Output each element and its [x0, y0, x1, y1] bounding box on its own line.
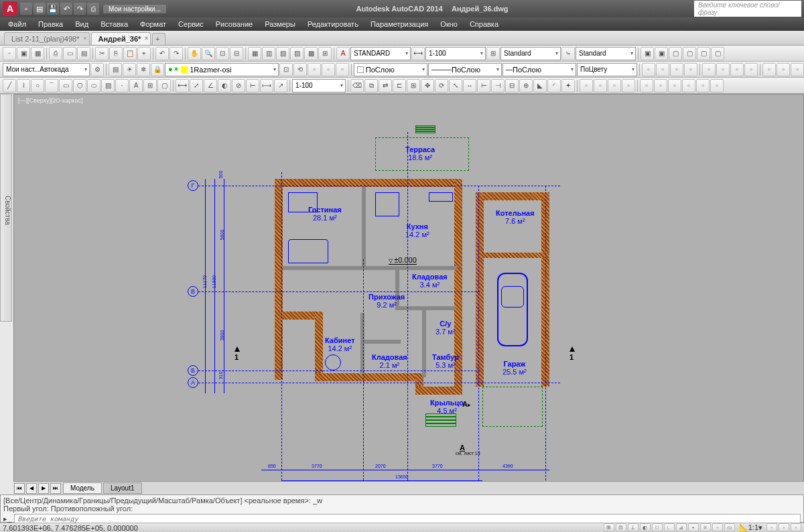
toolpal-icon[interactable]: ▧ [276, 47, 289, 60]
text-icon[interactable]: A [129, 79, 143, 92]
erase-icon[interactable]: ⌫ [350, 79, 364, 92]
mod-icon[interactable]: ▫ [654, 79, 667, 92]
help-search-input[interactable]: Введите ключевое слово/фразу [694, 1, 801, 17]
grid-icon[interactable]: ⊡ [616, 523, 626, 531]
block-icon[interactable]: ▣ [655, 47, 668, 60]
menu-draw[interactable]: Рисование [210, 19, 258, 29]
status-icon[interactable]: ▫ [766, 523, 777, 531]
scale-combo[interactable]: 1-100 [425, 47, 486, 60]
tablestyle-combo[interactable]: Standard [576, 47, 636, 60]
new-file-icon[interactable]: ▫ [3, 47, 16, 60]
calc-icon[interactable]: ⊞ [318, 47, 332, 60]
menu-parametric[interactable]: Параметризация [365, 19, 433, 29]
offset-icon[interactable]: ⊏ [393, 79, 406, 92]
block-icon[interactable]: ▣ [641, 47, 654, 60]
snap-icon[interactable]: ⊞ [604, 523, 614, 531]
tool-icon[interactable]: ▫ [791, 63, 804, 76]
rect-icon[interactable]: ▭ [59, 79, 72, 92]
pan-icon[interactable]: ✋ [188, 47, 201, 60]
menu-edit[interactable]: Правка [33, 19, 68, 29]
undo-icon[interactable]: ↶ [155, 47, 169, 60]
pline-icon[interactable]: ⌇ [17, 79, 30, 92]
layer-icon[interactable]: ▫ [322, 63, 335, 76]
properties-icon[interactable]: ▦ [248, 47, 261, 60]
new-tab-button[interactable]: + [152, 33, 165, 45]
linetype-combo[interactable]: ——— ПоСлою [428, 63, 502, 76]
lwt-icon[interactable]: ≡ [700, 523, 711, 531]
undo-icon[interactable]: ↶ [60, 3, 72, 15]
dimrad-icon[interactable]: ◐ [218, 79, 231, 92]
tool-icon[interactable]: ▫ [642, 63, 655, 76]
mirror-icon[interactable]: ⇄ [379, 79, 392, 92]
region-icon[interactable]: ▢ [157, 79, 171, 92]
tool-icon[interactable]: ▫ [684, 63, 697, 76]
dimdiam-icon[interactable]: ⊘ [232, 79, 245, 92]
save-icon[interactable]: 💾 [47, 3, 59, 15]
dyn-icon[interactable]: + [688, 523, 699, 531]
ducs-icon[interactable]: ⊿ [676, 523, 687, 531]
layer-mgr-icon[interactable]: ▤ [109, 63, 122, 76]
app-logo[interactable]: A [3, 1, 17, 16]
fillet-icon[interactable]: ◜ [547, 79, 561, 92]
arc-icon[interactable]: ⌒ [45, 79, 58, 92]
zoom-prev-icon[interactable]: ⊟ [230, 47, 243, 60]
move-icon[interactable]: ✥ [421, 79, 434, 92]
sheet-icon[interactable]: ▨ [290, 47, 304, 60]
tool-icon[interactable]: ▫ [656, 63, 669, 76]
menu-dimension[interactable]: Размеры [259, 19, 301, 29]
menu-format[interactable]: Формат [135, 19, 172, 29]
tab-next-icon[interactable]: ▶ [38, 483, 49, 494]
dimlinear-icon[interactable]: ⟷ [176, 79, 189, 92]
copy-icon[interactable]: ⧉ [364, 79, 378, 92]
layer-freeze-icon[interactable]: ❄ [137, 63, 150, 76]
viewport-label[interactable]: [—][Сверху][2D-каркас] [18, 97, 82, 104]
mod-icon[interactable]: ▫ [608, 79, 621, 92]
annotation-scale[interactable]: 📐1:1▾ [739, 523, 762, 532]
menu-view[interactable]: Вид [70, 19, 94, 29]
block-icon[interactable]: ▢ [697, 47, 710, 60]
menu-window[interactable]: Окно [435, 19, 463, 29]
text-style-icon[interactable]: A [336, 47, 350, 60]
mod-icon[interactable]: ▫ [668, 79, 681, 92]
tool-icon[interactable]: ▫ [730, 63, 744, 76]
dimaligned-icon[interactable]: ⤢ [190, 79, 203, 92]
layer-combo[interactable]: ●☀ 1Razmer-osi [165, 63, 279, 76]
redo-icon[interactable]: ↷ [74, 3, 86, 15]
ortho-icon[interactable]: ⊥ [628, 523, 639, 531]
chamfer-icon[interactable]: ◣ [533, 79, 547, 92]
mod-icon[interactable]: ▫ [682, 79, 695, 92]
dim-style-icon[interactable]: ⟷ [411, 47, 425, 60]
scale-icon[interactable]: ⤡ [449, 79, 462, 92]
open-file-icon[interactable]: ▣ [17, 47, 30, 60]
redo-icon[interactable]: ↷ [170, 47, 183, 60]
model-tab[interactable]: Модель [63, 482, 102, 494]
array-icon[interactable]: ⊞ [407, 79, 420, 92]
tab-first-icon[interactable]: ⏮ [14, 483, 25, 494]
copy-icon[interactable]: ⎘ [109, 47, 123, 60]
dimang-icon[interactable]: ∠ [204, 79, 217, 92]
explode-icon[interactable]: ✦ [561, 79, 575, 92]
layer-iso-icon[interactable]: ⊡ [279, 63, 293, 76]
rotate-icon[interactable]: ⟳ [435, 79, 448, 92]
break-icon[interactable]: ⊟ [505, 79, 519, 92]
dimord-icon[interactable]: ⊢ [246, 79, 259, 92]
close-tab-icon[interactable]: × [83, 35, 86, 42]
menu-modify[interactable]: Редактировать [302, 19, 364, 29]
ellipse-icon[interactable]: ⬭ [87, 79, 100, 92]
tool-icon[interactable]: ▫ [716, 63, 730, 76]
stretch-icon[interactable]: ↔ [463, 79, 476, 92]
save-file-icon[interactable]: ▦ [31, 47, 44, 60]
layer-icon[interactable]: ▫ [336, 63, 349, 76]
zoom-icon[interactable]: 🔍 [202, 47, 215, 60]
new-icon[interactable]: ▫ [20, 3, 32, 15]
workspace-dropdown[interactable]: Мои настройки... [103, 5, 166, 13]
tool-icon[interactable]: ▫ [702, 63, 716, 76]
otrack-icon[interactable]: ∟ [664, 523, 675, 531]
block-icon[interactable]: ▢ [711, 47, 724, 60]
status-icon[interactable]: ▫ [779, 523, 789, 531]
tool-icon[interactable]: ▫ [670, 63, 683, 76]
tab-last-icon[interactable]: ⏭ [50, 483, 61, 494]
publish-icon[interactable]: ▤ [77, 47, 90, 60]
hatch-icon[interactable]: ▨ [101, 79, 115, 92]
tool-icon[interactable]: ▫ [777, 63, 790, 76]
